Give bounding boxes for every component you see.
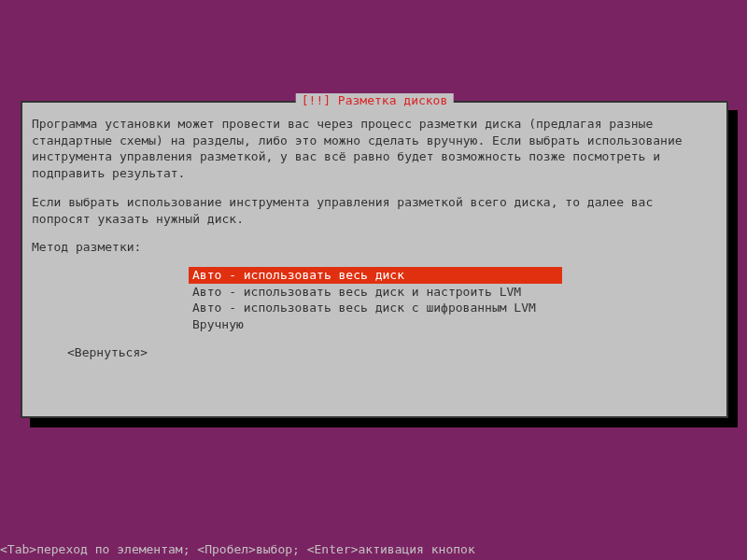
menu-item-auto-encrypted-lvm[interactable]: Авто - использовать весь диск с шифрован… <box>189 300 717 316</box>
menu-item-auto-whole-disk[interactable]: Авто - использовать весь диск <box>189 267 562 284</box>
partition-dialog: [!!] Разметка дисков Программа установки… <box>21 101 728 418</box>
menu-item-auto-lvm[interactable]: Авто - использовать весь диск и настроит… <box>189 284 717 301</box>
dialog-paragraph-1: Программа установки может провести вас ч… <box>32 116 717 181</box>
menu-item-manual[interactable]: Вручную <box>189 316 717 333</box>
dialog-container: [!!] Разметка дисков Программа установки… <box>21 101 728 418</box>
status-bar: <Tab>переход по элементам; <Пробел>выбор… <box>0 540 747 558</box>
partition-method-menu: Авто - использовать весь диск Авто - исп… <box>189 267 717 332</box>
dialog-title: [!!] Разметка дисков <box>296 93 454 107</box>
method-label: Метод разметки: <box>32 240 717 254</box>
dialog-paragraph-2: Если выбрать использование инструмента у… <box>32 194 717 227</box>
back-button[interactable]: <Вернуться> <box>67 345 148 359</box>
